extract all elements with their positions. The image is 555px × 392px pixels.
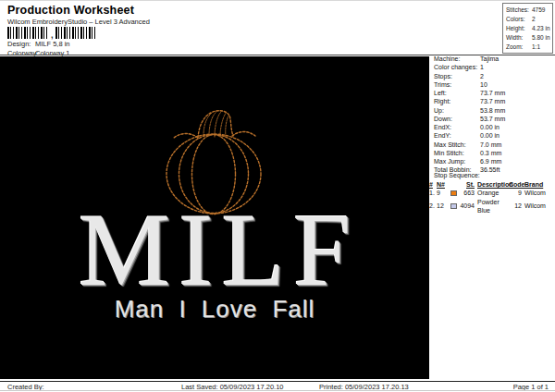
machine-label: Trims: — [434, 81, 451, 88]
summary-value: 2 — [532, 15, 536, 24]
machine-label: Left: — [434, 90, 447, 96]
machine-value: 0.3 mm — [480, 149, 501, 157]
machine-label: Max Jump: — [434, 158, 465, 165]
design-label: Design: — [7, 40, 31, 48]
machine-value: Tajima — [480, 55, 499, 63]
stop-needle: 9 — [437, 189, 449, 197]
machine-row: Down:53.7 mm — [434, 115, 554, 123]
machine-row: Stops:2 — [434, 72, 554, 80]
machine-value: 36.55ft — [480, 165, 500, 174]
machine-label: Color changes: — [434, 64, 477, 70]
summary-row-zoom: Zoom:1:1 — [506, 43, 552, 52]
machine-value: 7.0 mm — [480, 141, 501, 149]
stop-sequence-row: 1. 9 663 Orange 9 Wilcom — [429, 189, 555, 197]
barcode-icon — [56, 27, 97, 39]
stop-sequence-row: 2. 12 4094 Powder Blue 12 Wilcom — [429, 198, 555, 215]
design-sub-text: Man I Love Fall — [0, 296, 429, 323]
summary-label: Colors: — [506, 16, 525, 22]
machine-row: Up:53.8 mm — [434, 106, 554, 115]
summary-label: Width: — [506, 34, 523, 41]
col-brand: Brand — [522, 180, 555, 189]
summary-value: 5.80 in — [532, 33, 550, 43]
machine-row: EndY:0.00 in — [434, 131, 554, 140]
app-version-subtitle: Wilcom EmbroideryStudio – Level 3 Advanc… — [7, 18, 150, 26]
page-title: Production Worksheet — [7, 4, 134, 17]
machine-label: Max Stitch: — [434, 141, 466, 148]
col-n: N# — [437, 180, 449, 189]
col-st: St. — [460, 180, 475, 189]
stop-st: 663 — [460, 189, 475, 197]
summary-label: Zoom: — [506, 43, 523, 50]
machine-row: Machine:Tajima — [434, 55, 554, 63]
stop-description: Powder Blue — [475, 198, 509, 215]
machine-row: Max Stitch:7.0 mm — [434, 141, 554, 149]
design-preview-canvas: MILF Man I Love Fall — [0, 56, 429, 379]
stop-needle: 12 — [437, 202, 449, 210]
design-row: Design: MILF 5,8 in — [7, 40, 31, 48]
machine-label: Right: — [434, 98, 450, 104]
stop-st: 4094 — [460, 202, 475, 210]
machine-value: 0.00 in — [480, 123, 500, 131]
stop-description: Orange — [475, 189, 509, 197]
stop-brand: Wilcom — [522, 202, 555, 210]
stop-code: 12 — [509, 202, 522, 210]
machine-label: EndY: — [434, 132, 451, 139]
stop-code: 9 — [509, 189, 522, 197]
machine-info-panel: Machine:Tajima Color changes:1 Stops:2 T… — [434, 55, 554, 175]
stop-sequence-table: # N# St. Description Code Brand 1. 9 663… — [429, 180, 555, 214]
summary-row-colors: Colors:2 — [506, 15, 552, 24]
machine-label: Down: — [434, 116, 452, 122]
design-value: MILF 5,8 in — [35, 40, 70, 48]
machine-row: Color changes:1 — [434, 63, 554, 71]
col-code: Code — [509, 180, 522, 189]
machine-row: Min Stitch:0.3 mm — [434, 149, 554, 157]
machine-row: Trims:10 — [434, 80, 554, 89]
stop-num: 2. — [429, 202, 437, 210]
machine-label: Min Stitch: — [434, 150, 464, 156]
summary-value: 4.23 in — [532, 24, 550, 33]
summary-row-height: Height:4.23 in — [506, 24, 552, 33]
machine-row: Right:73.7 mm — [434, 97, 554, 105]
machine-row: Max Jump:6.9 mm — [434, 157, 554, 165]
machine-value: 1 — [480, 63, 484, 71]
design-main-text: MILF — [0, 198, 429, 301]
summary-row-width: Width:5.80 in — [506, 33, 552, 43]
stop-brand: Wilcom — [522, 189, 555, 197]
stop-sequence-header-row: # N# St. Description Code Brand — [429, 180, 555, 189]
machine-value: 6.9 mm — [480, 157, 501, 165]
machine-label: Stops: — [434, 73, 452, 80]
barcode-icon — [7, 27, 49, 39]
col-num: # — [429, 180, 437, 189]
page-bottom-border — [0, 390, 555, 391]
thread-color-swatch — [450, 190, 457, 196]
machine-value: 73.7 mm — [480, 89, 505, 97]
summary-row-stitches: Stitches:4759 — [506, 6, 552, 15]
machine-label: Machine: — [434, 55, 460, 62]
stop-sequence-title: Stop Sequence: — [434, 172, 480, 178]
summary-label: Stitches: — [506, 6, 529, 13]
stop-num: 1. — [429, 189, 437, 197]
summary-label: Height: — [506, 25, 525, 31]
thread-color-swatch — [450, 203, 457, 209]
machine-value: 2 — [480, 72, 484, 80]
summary-value: 4759 — [532, 6, 545, 15]
machine-value: 73.7 mm — [480, 97, 505, 105]
machine-label: Up: — [434, 107, 444, 114]
col-description: Description — [475, 180, 509, 189]
machine-label: EndX: — [434, 124, 451, 130]
machine-row: EndX:0.00 in — [434, 123, 554, 131]
design-barcode: , — [7, 27, 97, 39]
footer-divider — [0, 381, 555, 382]
machine-value: 53.7 mm — [480, 115, 505, 123]
machine-value: 0.00 in — [480, 131, 500, 140]
machine-value: 10 — [480, 80, 487, 89]
design-summary-box: Stitches:4759 Colors:2 Height:4.23 in Wi… — [502, 3, 553, 54]
machine-value: 53.8 mm — [480, 106, 505, 115]
summary-value: 1:1 — [532, 43, 540, 52]
machine-row: Left:73.7 mm — [434, 89, 554, 97]
